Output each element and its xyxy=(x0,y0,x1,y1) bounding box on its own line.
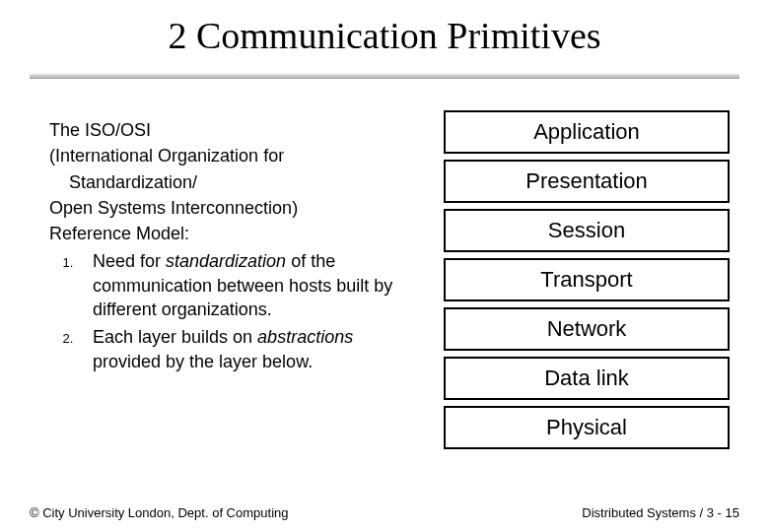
layer-session: Session xyxy=(444,209,730,252)
line-iso-osi: The ISO/OSI xyxy=(49,118,414,142)
li1-pre: Need for xyxy=(93,251,166,271)
slide-title: 2 Communication Primitives xyxy=(0,0,769,67)
footer-page: Distributed Systems / 3 - 15 xyxy=(582,505,739,520)
title-rule xyxy=(30,73,739,79)
slide-body: The ISO/OSI (International Organization … xyxy=(0,79,769,453)
layer-application: Application xyxy=(444,110,730,154)
slide: 2 Communication Primitives The ISO/OSI (… xyxy=(0,0,769,532)
numbered-list: Need for standardization of the communic… xyxy=(49,249,414,372)
osi-stack: Application Presentation Session Transpo… xyxy=(444,110,730,453)
li2-em: abstractions xyxy=(257,327,353,347)
line-open-systems: Open Systems Interconnection) xyxy=(49,196,414,220)
li2-post: provided by the layer below. xyxy=(93,352,313,371)
line-reference-model: Reference Model: xyxy=(49,222,414,245)
li2-pre: Each layer builds on xyxy=(93,327,257,347)
list-item-2: Each layer builds on abstractions provid… xyxy=(77,325,414,373)
text-column: The ISO/OSI (International Organization … xyxy=(49,118,444,453)
layer-datalink: Data link xyxy=(444,357,730,400)
footer-copyright: © City University London, Dept. of Compu… xyxy=(30,505,288,520)
layer-physical: Physical xyxy=(444,406,730,449)
line-org: (International Organization for xyxy=(49,144,414,167)
layer-network: Network xyxy=(444,307,730,351)
li1-em: standardization xyxy=(166,251,286,271)
line-standardization: Standardization/ xyxy=(49,170,414,194)
layer-presentation: Presentation xyxy=(444,160,730,203)
layer-transport: Transport xyxy=(444,258,730,301)
slide-footer: © City University London, Dept. of Compu… xyxy=(30,505,739,520)
list-item-1: Need for standardization of the communic… xyxy=(77,249,414,321)
